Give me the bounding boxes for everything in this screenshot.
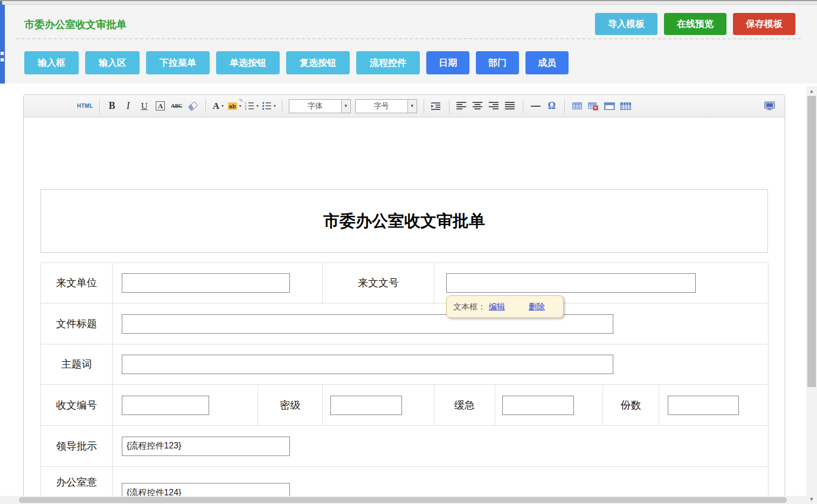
insert-table-button[interactable] [571,99,584,114]
align-center-icon [473,102,483,110]
highlight-color-icon: ab [228,102,237,110]
font-size-select[interactable]: 字号 ▼ [355,99,417,113]
font-attribute-button[interactable]: A [154,99,167,114]
input-laiwen-danwei[interactable] [122,273,290,293]
form-title: 市委办公室收文审批单 [323,210,485,232]
control-button-department[interactable]: 部门 [476,51,519,74]
dashed-divider [16,38,801,39]
italic-button[interactable]: I [122,99,135,114]
chevron-down-icon: ▾ [239,103,241,108]
special-character-button[interactable]: Ω [545,99,558,114]
page: 市委办公室收文审批单 导入模板 在线预览 保存模板 输入框 输入区 下拉菜单 单… [0,0,817,504]
vertical-scrollbar-thumb[interactable] [807,96,816,387]
control-button-radio[interactable]: 单选按钮 [216,51,280,74]
form-area: 市委办公室收文审批单 来文单位 来文文号 文件标题 [40,189,768,504]
scroll-up-arrow-icon[interactable]: ▲ [806,88,817,94]
fullscreen-button[interactable] [763,99,776,114]
table-row: 文件标题 [41,303,768,344]
control-button-dropdown[interactable]: 下拉菜单 [146,51,210,74]
input-zhutici[interactable] [122,355,613,374]
field-label-wenjian-biaoti: 文件标题 [41,303,113,344]
align-right-button[interactable] [488,99,501,114]
italic-icon: I [127,100,130,112]
align-left-button[interactable] [455,99,468,114]
chevron-down-icon: ▼ [341,100,350,113]
bold-icon: B [109,100,115,112]
cell-properties-button[interactable] [619,99,632,114]
svg-text:×: × [594,105,597,111]
input-miji[interactable] [330,396,402,415]
control-button-checkbox[interactable]: 复选按钮 [286,51,350,74]
input-laiwen-wenhao[interactable] [446,273,696,293]
strikethrough-button[interactable]: ABC [170,99,183,114]
font-color-icon: A [213,101,219,112]
form-title-box: 市委办公室收文审批单 [40,189,768,253]
font-family-select[interactable]: 字体 ▼ [289,99,351,113]
indent-icon [431,102,442,111]
horizontal-rule-button[interactable] [529,99,542,114]
chevron-down-icon: ▾ [257,103,259,108]
ordered-list-button[interactable]: 1 2 3 ▾ [245,99,259,114]
control-button-date[interactable]: 日期 [426,51,469,74]
toolbar-separator [523,99,523,113]
toolbar-separator [282,99,282,113]
highlight-color-button[interactable]: ab ✎ ▾ [228,99,241,114]
control-button-member[interactable]: 成员 [525,51,569,74]
input-fenshu[interactable] [668,396,739,415]
align-left-icon [456,102,467,110]
bold-button[interactable]: B [106,99,119,114]
pencil-icon: ✎ [239,98,243,103]
table-row: 主题词 [41,344,768,385]
delete-link[interactable]: 删除 [529,302,545,312]
vertical-scrollbar[interactable]: ▲ ▼ [806,86,817,504]
input-huanji[interactable] [502,396,574,415]
align-right-icon [489,102,499,110]
control-button-flow-control[interactable]: 流程控件 [356,51,420,74]
unordered-list-button[interactable]: ▾ [262,99,276,114]
font-color-button[interactable]: A ▾ [212,99,225,114]
field-label-fenshu: 份数 [603,385,659,426]
field-label-zhutici: 主题词 [41,344,113,385]
source-code-button[interactable]: HTML [77,99,93,114]
save-template-button[interactable]: 保存模板 [733,13,795,35]
edit-link[interactable]: 编辑 [489,302,505,312]
table-properties-button[interactable] [603,99,616,114]
indent-button[interactable] [430,99,443,114]
control-button-textarea[interactable]: 输入区 [85,51,140,74]
field-label-lingdao-pishi: 领导批示 [41,426,113,467]
delete-table-button[interactable]: × [587,99,600,114]
horizontal-scrollbar-thumb[interactable] [19,497,787,503]
scroll-down-arrow-icon[interactable]: ▼ [806,496,817,502]
unordered-list-icon [262,101,272,111]
font-size-value: 字号 [356,100,407,113]
input-shouwen-bianhao[interactable] [122,396,209,415]
table-properties-icon [604,102,615,111]
strikethrough-icon: ABC [171,103,182,109]
editor-canvas[interactable]: 市委办公室收文审批单 来文单位 来文文号 文件标题 [24,118,785,504]
eraser-button[interactable] [186,99,199,114]
toolbar-separator [564,99,565,113]
font-attribute-icon: A [156,101,165,111]
import-template-button[interactable]: 导入模板 [595,13,657,35]
svg-text:3: 3 [245,107,246,111]
toolbar-separator [205,99,206,113]
control-tooltip: 文本框： 编辑 删除 [446,295,564,318]
strip-mark [1,58,4,61]
align-justify-button[interactable] [504,99,517,114]
online-preview-button[interactable]: 在线预览 [664,13,726,35]
tooltip-label: 文本框： [453,302,486,312]
control-button-input-box[interactable]: 输入框 [24,51,79,74]
control-buttons-row: 输入框 输入区 下拉菜单 单选按钮 复选按钮 流程控件 日期 部门 成员 [24,51,569,74]
field-label-laiwen-danwei: 来文单位 [41,263,113,303]
ordered-list-icon: 1 2 3 [245,101,254,111]
horizontal-scrollbar[interactable] [0,496,806,504]
field-label-laiwen-wenhao: 来文文号 [323,263,434,303]
table-row: 领导批示 [41,426,768,467]
eraser-icon [188,101,198,111]
align-center-button[interactable] [472,99,484,114]
input-lingdao-pishi[interactable] [122,437,290,456]
insert-table-icon [572,102,582,110]
header: 市委办公室收文审批单 导入模板 在线预览 保存模板 输入框 输入区 下拉菜单 单… [5,5,817,84]
font-family-value: 字体 [289,100,341,113]
underline-button[interactable]: U [138,99,151,114]
